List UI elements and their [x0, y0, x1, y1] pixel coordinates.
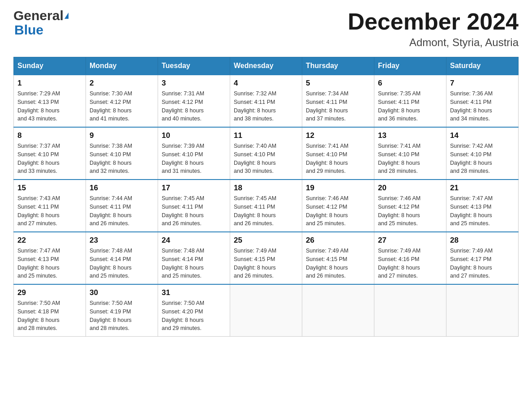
- day-number: 9: [90, 131, 154, 140]
- calendar-cell: [302, 284, 374, 337]
- day-info: Sunrise: 7:42 AMSunset: 4:10 PMDaylight:…: [450, 142, 515, 176]
- weekday-header-wednesday: Wednesday: [230, 57, 302, 75]
- week-row-4: 22Sunrise: 7:47 AMSunset: 4:13 PMDayligh…: [14, 232, 519, 284]
- calendar-cell: 9Sunrise: 7:38 AMSunset: 4:10 PMDaylight…: [86, 127, 158, 180]
- day-info: Sunrise: 7:40 AMSunset: 4:10 PMDaylight:…: [234, 142, 298, 176]
- calendar-cell: 26Sunrise: 7:49 AMSunset: 4:15 PMDayligh…: [302, 232, 374, 284]
- day-number: 7: [450, 79, 515, 88]
- day-number: 24: [162, 236, 226, 245]
- calendar-cell: 30Sunrise: 7:50 AMSunset: 4:19 PMDayligh…: [86, 284, 158, 337]
- calendar-cell: [446, 284, 519, 337]
- day-info: Sunrise: 7:50 AMSunset: 4:18 PMDaylight:…: [17, 299, 82, 333]
- day-number: 10: [162, 131, 226, 140]
- calendar-cell: 12Sunrise: 7:41 AMSunset: 4:10 PMDayligh…: [302, 127, 374, 180]
- day-info: Sunrise: 7:39 AMSunset: 4:10 PMDaylight:…: [162, 142, 226, 176]
- day-info: Sunrise: 7:45 AMSunset: 4:11 PMDaylight:…: [162, 194, 226, 228]
- logo-blue-text: Blue: [14, 22, 43, 38]
- day-number: 31: [162, 288, 226, 297]
- day-info: Sunrise: 7:46 AMSunset: 4:12 PMDaylight:…: [306, 194, 370, 228]
- calendar-cell: 13Sunrise: 7:41 AMSunset: 4:10 PMDayligh…: [374, 127, 446, 180]
- day-number: 27: [378, 236, 442, 245]
- day-number: 6: [378, 79, 442, 88]
- calendar-cell: 27Sunrise: 7:49 AMSunset: 4:16 PMDayligh…: [374, 232, 446, 284]
- day-info: Sunrise: 7:43 AMSunset: 4:11 PMDaylight:…: [17, 194, 82, 228]
- calendar-cell: 5Sunrise: 7:34 AMSunset: 4:11 PMDaylight…: [302, 75, 374, 127]
- weekday-header-tuesday: Tuesday: [158, 57, 230, 75]
- calendar-cell: 18Sunrise: 7:45 AMSunset: 4:11 PMDayligh…: [230, 180, 302, 232]
- day-number: 25: [234, 236, 298, 245]
- logo: General Blue: [13, 9, 69, 38]
- day-info: Sunrise: 7:38 AMSunset: 4:10 PMDaylight:…: [90, 142, 154, 176]
- weekday-header-thursday: Thursday: [302, 57, 374, 75]
- day-number: 20: [378, 184, 442, 193]
- calendar-cell: 10Sunrise: 7:39 AMSunset: 4:10 PMDayligh…: [158, 127, 230, 180]
- month-title: December 2024: [348, 9, 519, 34]
- day-info: Sunrise: 7:36 AMSunset: 4:11 PMDaylight:…: [450, 90, 515, 123]
- day-info: Sunrise: 7:50 AMSunset: 4:20 PMDaylight:…: [162, 299, 226, 333]
- day-info: Sunrise: 7:48 AMSunset: 4:14 PMDaylight:…: [162, 247, 226, 280]
- day-number: 13: [378, 131, 442, 140]
- day-info: Sunrise: 7:50 AMSunset: 4:19 PMDaylight:…: [90, 299, 154, 333]
- day-number: 21: [450, 184, 515, 193]
- day-info: Sunrise: 7:34 AMSunset: 4:11 PMDaylight:…: [306, 90, 370, 123]
- calendar-cell: 29Sunrise: 7:50 AMSunset: 4:18 PMDayligh…: [14, 284, 86, 337]
- day-number: 12: [306, 131, 370, 140]
- calendar-cell: 4Sunrise: 7:32 AMSunset: 4:11 PMDaylight…: [230, 75, 302, 127]
- calendar-cell: 31Sunrise: 7:50 AMSunset: 4:20 PMDayligh…: [158, 284, 230, 337]
- calendar-cell: [374, 284, 446, 337]
- day-info: Sunrise: 7:46 AMSunset: 4:12 PMDaylight:…: [378, 194, 442, 228]
- week-row-3: 15Sunrise: 7:43 AMSunset: 4:11 PMDayligh…: [14, 180, 519, 232]
- calendar-cell: 16Sunrise: 7:44 AMSunset: 4:11 PMDayligh…: [86, 180, 158, 232]
- calendar-cell: 6Sunrise: 7:35 AMSunset: 4:11 PMDaylight…: [374, 75, 446, 127]
- calendar-cell: 22Sunrise: 7:47 AMSunset: 4:13 PMDayligh…: [14, 232, 86, 284]
- logo-general-text: General: [13, 9, 64, 22]
- weekday-header-sunday: Sunday: [14, 57, 86, 75]
- day-number: 28: [450, 236, 515, 245]
- day-info: Sunrise: 7:49 AMSunset: 4:15 PMDaylight:…: [234, 247, 298, 280]
- day-info: Sunrise: 7:31 AMSunset: 4:12 PMDaylight:…: [162, 90, 226, 123]
- day-number: 15: [17, 184, 82, 193]
- weekday-header-monday: Monday: [86, 57, 158, 75]
- weekday-header-saturday: Saturday: [446, 57, 519, 75]
- day-number: 14: [450, 131, 515, 140]
- day-number: 30: [90, 288, 154, 297]
- day-info: Sunrise: 7:47 AMSunset: 4:13 PMDaylight:…: [17, 247, 82, 280]
- day-info: Sunrise: 7:49 AMSunset: 4:16 PMDaylight:…: [378, 247, 442, 280]
- day-info: Sunrise: 7:41 AMSunset: 4:10 PMDaylight:…: [306, 142, 370, 176]
- week-row-1: 1Sunrise: 7:29 AMSunset: 4:13 PMDaylight…: [14, 75, 519, 127]
- day-info: Sunrise: 7:35 AMSunset: 4:11 PMDaylight:…: [378, 90, 442, 123]
- day-number: 16: [90, 184, 154, 193]
- day-number: 26: [306, 236, 370, 245]
- calendar-cell: 14Sunrise: 7:42 AMSunset: 4:10 PMDayligh…: [446, 127, 519, 180]
- day-info: Sunrise: 7:32 AMSunset: 4:11 PMDaylight:…: [234, 90, 298, 123]
- day-number: 23: [90, 236, 154, 245]
- calendar-cell: 3Sunrise: 7:31 AMSunset: 4:12 PMDaylight…: [158, 75, 230, 127]
- title-block: December 2024 Admont, Styria, Austria: [348, 9, 519, 49]
- day-number: 19: [306, 184, 370, 193]
- day-info: Sunrise: 7:45 AMSunset: 4:11 PMDaylight:…: [234, 194, 298, 228]
- calendar-cell: 20Sunrise: 7:46 AMSunset: 4:12 PMDayligh…: [374, 180, 446, 232]
- calendar-cell: 25Sunrise: 7:49 AMSunset: 4:15 PMDayligh…: [230, 232, 302, 284]
- day-info: Sunrise: 7:30 AMSunset: 4:12 PMDaylight:…: [90, 90, 154, 123]
- day-info: Sunrise: 7:49 AMSunset: 4:15 PMDaylight:…: [306, 247, 370, 280]
- day-info: Sunrise: 7:37 AMSunset: 4:10 PMDaylight:…: [17, 142, 82, 176]
- day-info: Sunrise: 7:44 AMSunset: 4:11 PMDaylight:…: [90, 194, 154, 228]
- week-row-2: 8Sunrise: 7:37 AMSunset: 4:10 PMDaylight…: [14, 127, 519, 180]
- day-number: 2: [90, 79, 154, 88]
- day-number: 18: [234, 184, 298, 193]
- week-row-5: 29Sunrise: 7:50 AMSunset: 4:18 PMDayligh…: [14, 284, 519, 337]
- day-info: Sunrise: 7:41 AMSunset: 4:10 PMDaylight:…: [378, 142, 442, 176]
- calendar-cell: 2Sunrise: 7:30 AMSunset: 4:12 PMDaylight…: [86, 75, 158, 127]
- day-number: 1: [17, 79, 82, 88]
- calendar-cell: 15Sunrise: 7:43 AMSunset: 4:11 PMDayligh…: [14, 180, 86, 232]
- day-number: 8: [17, 131, 82, 140]
- weekday-header-friday: Friday: [374, 57, 446, 75]
- day-number: 3: [162, 79, 226, 88]
- calendar-cell: 7Sunrise: 7:36 AMSunset: 4:11 PMDaylight…: [446, 75, 519, 127]
- day-info: Sunrise: 7:47 AMSunset: 4:13 PMDaylight:…: [450, 194, 515, 228]
- calendar-cell: [230, 284, 302, 337]
- calendar-cell: 8Sunrise: 7:37 AMSunset: 4:10 PMDaylight…: [14, 127, 86, 180]
- location-title: Admont, Styria, Austria: [348, 36, 519, 49]
- day-number: 17: [162, 184, 226, 193]
- day-number: 22: [17, 236, 82, 245]
